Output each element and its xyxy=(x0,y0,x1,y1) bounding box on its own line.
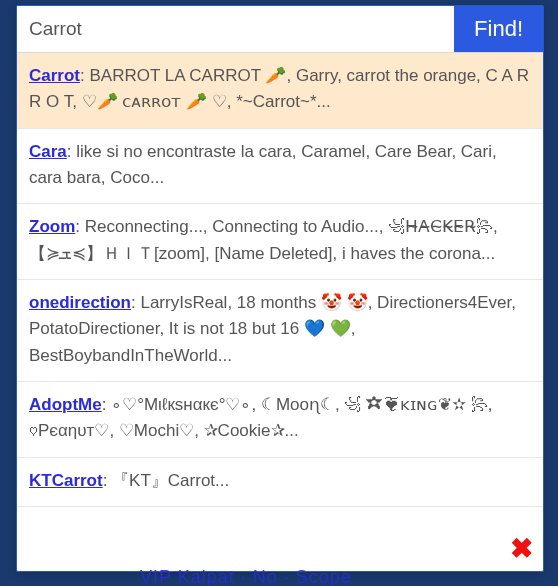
result-term-link[interactable]: Zoom xyxy=(29,217,75,236)
search-panel: Find! Carrot: BARROT LA CARROT 🥕, Garry,… xyxy=(16,5,544,572)
result-term-link[interactable]: AdoptMe xyxy=(29,395,102,414)
close-icon[interactable]: ✖ xyxy=(510,532,533,565)
result-term-link[interactable]: Carrot xyxy=(29,66,80,85)
background-text: VIP Kalpat · No · Scope xyxy=(140,567,352,586)
search-bar: Find! xyxy=(17,6,543,53)
result-text: : 『KT』Carrot... xyxy=(103,471,230,490)
result-text: : BARROT LA CARROT 🥕, Garry, carrot the … xyxy=(29,66,529,111)
results-list: Carrot: BARROT LA CARROT 🥕, Garry, carro… xyxy=(17,53,543,571)
result-text: : Reconnecting..., Connecting to Audio..… xyxy=(29,217,498,262)
result-term-link[interactable]: KTCarrot xyxy=(29,471,103,490)
result-item: Cara: like si no encontraste la cara, Ca… xyxy=(17,129,543,205)
result-item: KTCarrot: 『KT』Carrot... xyxy=(17,458,543,507)
result-term-link[interactable]: onedirection xyxy=(29,293,131,312)
result-item: Zoom: Reconnecting..., Connecting to Aud… xyxy=(17,204,543,280)
result-item: AdoptMe: ∘♡°Mιℓкѕнαкє°♡∘, ☾Mooɳ☾, ꧁ ✫❦ᴋɪ… xyxy=(17,382,543,458)
result-item: Carrot: BARROT LA CARROT 🥕, Garry, carro… xyxy=(17,53,543,129)
result-term-link[interactable]: Cara xyxy=(29,142,67,161)
find-button[interactable]: Find! xyxy=(454,6,543,52)
search-input[interactable] xyxy=(17,6,454,52)
result-text: : like si no encontraste la cara, Carame… xyxy=(29,142,497,187)
result-item: onedirection: LarryIsReal, 18 months 🤡 🤡… xyxy=(17,280,543,382)
